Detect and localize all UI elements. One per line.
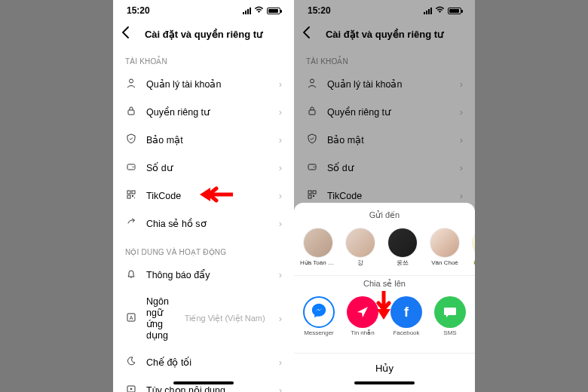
svg-rect-2 bbox=[127, 164, 135, 170]
share-app-facebook[interactable]: fFacebook bbox=[387, 296, 425, 344]
chevron-right-icon: › bbox=[279, 269, 282, 280]
row-security[interactable]: Bảo mật › bbox=[113, 126, 294, 154]
avatar-icon bbox=[303, 228, 333, 258]
status-time: 15:20 bbox=[127, 5, 150, 16]
annotation-arrow-icon bbox=[200, 186, 233, 203]
row-share-profile[interactable]: Chia sẻ hồ sơ › bbox=[113, 210, 294, 237]
contact-name: 강 bbox=[357, 260, 363, 267]
sheet-title-send: Gửi đến bbox=[294, 210, 475, 220]
chevron-right-icon: › bbox=[279, 313, 282, 324]
svg-rect-8 bbox=[134, 198, 135, 198]
row-manage-account[interactable]: Quản lý tài khoản › bbox=[113, 70, 294, 98]
row-label: Quyền riêng tư bbox=[146, 106, 270, 118]
modal-overlay[interactable] bbox=[294, 0, 475, 237]
row-privacy[interactable]: Quyền riêng tư › bbox=[113, 98, 294, 126]
svg-rect-5 bbox=[132, 191, 135, 194]
status-bar: 15:20 bbox=[113, 0, 294, 21]
lock-icon bbox=[125, 106, 137, 118]
share-app-sms[interactable]: SMS bbox=[431, 296, 469, 344]
row-value: Tiếng Việt (Việt Nam) bbox=[185, 314, 265, 323]
divider bbox=[294, 275, 475, 276]
messenger-icon bbox=[303, 296, 335, 328]
share-label: SMS bbox=[443, 330, 456, 337]
row-label: Chế độ tối bbox=[146, 357, 270, 368]
person-icon bbox=[125, 78, 137, 90]
contact-item[interactable]: Hứa Toàn Ngọc bbox=[300, 228, 336, 267]
section-account: TÀI KHOẢN bbox=[113, 47, 294, 70]
cancel-button[interactable]: Hủy bbox=[294, 353, 475, 380]
avatar-icon bbox=[387, 228, 418, 258]
shield-icon bbox=[125, 133, 137, 146]
chevron-right-icon: › bbox=[279, 384, 282, 392]
row-dark-mode[interactable]: Chế độ tối › bbox=[113, 348, 294, 376]
avatar-icon bbox=[472, 228, 475, 258]
row-label: Quản lý tài khoản bbox=[146, 78, 270, 90]
row-label: Chia sẻ hồ sơ bbox=[146, 218, 270, 229]
home-indicator bbox=[354, 381, 415, 384]
svg-point-0 bbox=[130, 79, 133, 83]
contact-name: Hứa Toàn Ngọc bbox=[300, 260, 336, 267]
svg-rect-6 bbox=[127, 195, 130, 198]
row-label: Số dư bbox=[146, 162, 270, 173]
contact-name: Vân Choè bbox=[431, 260, 458, 267]
chevron-right-icon: › bbox=[279, 134, 282, 145]
row-label: Bảo mật bbox=[146, 134, 270, 145]
back-button[interactable] bbox=[122, 26, 130, 42]
row-app-language[interactable]: A Ngôn ngữ ứng dụng Tiếng Việt (Việt Nam… bbox=[113, 289, 294, 348]
phone-screenshot-right: 15:20 Cài đặt và quyền riêng tư TÀI KHOẢ… bbox=[294, 0, 475, 392]
status-icons bbox=[243, 6, 280, 15]
svg-rect-1 bbox=[128, 110, 134, 115]
share-label: Facebook bbox=[393, 330, 419, 337]
contacts-row[interactable]: Hứa Toàn Ngọc 강 웅쓰 Vân Choè 🍋만지🍋 Hà bbox=[294, 228, 475, 273]
chevron-right-icon: › bbox=[279, 357, 282, 368]
row-balance[interactable]: Số dư › bbox=[113, 154, 294, 182]
annotation-arrow-icon bbox=[375, 291, 392, 320]
svg-text:A: A bbox=[130, 315, 133, 320]
chevron-right-icon: › bbox=[279, 162, 282, 173]
sheet-title-share: Chia sẻ lên bbox=[294, 279, 475, 289]
wifi-icon bbox=[254, 6, 264, 15]
svg-rect-7 bbox=[132, 195, 133, 197]
contact-name: 웅쓰 bbox=[397, 260, 409, 267]
battery-icon bbox=[267, 8, 280, 14]
play-icon bbox=[125, 384, 137, 392]
moon-icon bbox=[125, 356, 137, 369]
row-label: Thông báo đẩy bbox=[146, 269, 270, 280]
share-label: Messenger bbox=[304, 330, 334, 337]
contact-name: 🍋만지🍋 bbox=[473, 260, 475, 267]
row-label: Tùy chọn nội dung bbox=[146, 384, 270, 392]
section-content: NỘI DUNG VÀ HOẠT ĐỘNG bbox=[113, 237, 294, 261]
qrcode-icon bbox=[125, 189, 137, 202]
phone-screenshot-left: 15:20 Cài đặt và quyền riêng tư TÀI KHOẢ… bbox=[113, 0, 294, 392]
bell-icon bbox=[125, 268, 137, 281]
wallet-icon bbox=[125, 161, 137, 174]
chevron-right-icon: › bbox=[279, 218, 282, 229]
svg-point-3 bbox=[133, 167, 134, 168]
signal-icon bbox=[243, 8, 251, 14]
page-title: Cài đặt và quyền riêng tư bbox=[145, 29, 262, 40]
home-indicator bbox=[173, 381, 234, 384]
avatar-icon bbox=[345, 228, 375, 258]
chevron-right-icon: › bbox=[279, 106, 282, 118]
svg-rect-4 bbox=[127, 191, 130, 194]
contact-item[interactable]: 🍋만지🍋 bbox=[469, 228, 475, 267]
share-icon bbox=[125, 217, 137, 230]
send-icon bbox=[347, 296, 378, 328]
row-label: Ngôn ngữ ứng dụng bbox=[146, 296, 176, 341]
chevron-right-icon: › bbox=[279, 78, 282, 90]
share-app-messenger[interactable]: Messenger bbox=[300, 296, 338, 344]
share-label: Tin nhắn bbox=[351, 330, 374, 337]
facebook-icon: f bbox=[390, 296, 422, 328]
page-header: Cài đặt và quyền riêng tư bbox=[113, 21, 294, 47]
avatar-icon bbox=[430, 228, 460, 258]
contact-item[interactable]: 웅쓰 bbox=[384, 228, 421, 267]
sms-icon bbox=[434, 296, 466, 328]
chevron-right-icon: › bbox=[279, 190, 282, 201]
contact-item[interactable]: Vân Choè bbox=[427, 228, 463, 267]
contact-item[interactable]: 강 bbox=[342, 228, 378, 267]
row-push-notification[interactable]: Thông báo đẩy › bbox=[113, 261, 294, 289]
language-icon: A bbox=[125, 312, 137, 325]
